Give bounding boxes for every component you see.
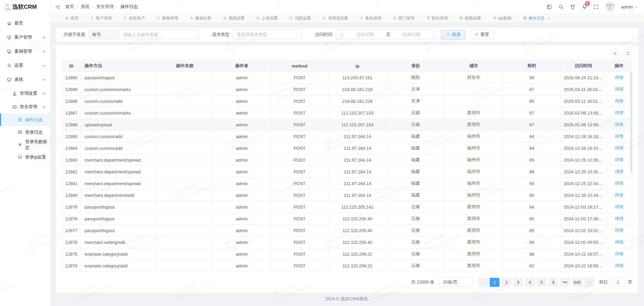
tab-管理员列表[interactable]: 管理员列表 <box>317 14 354 23</box>
sidebar-collapse-icon[interactable] <box>55 4 61 10</box>
table-cell: admin <box>213 154 271 166</box>
operation-log-icon <box>17 117 22 122</box>
tab-权限设置[interactable]: 权限设置 <box>453 14 487 23</box>
page-button-2[interactable]: 2 <box>501 278 511 287</box>
sidebar-item-登录ip设置[interactable]: 登录ip设置 <box>0 151 50 163</box>
keyword-input[interactable] <box>119 30 199 39</box>
table-refresh-button[interactable] <box>623 49 632 58</box>
detail-link[interactable]: 详情 <box>614 181 623 186</box>
sidebar-item-安全管理[interactable]: 安全管理 <box>0 100 50 114</box>
tab-上传设置[interactable]: 上传设置 <box>250 14 283 23</box>
table-cell: 详情 <box>606 213 632 225</box>
tab-自拓客户[interactable]: 自拓客户 <box>117 14 151 23</box>
table-cell: 12884 <box>62 142 80 154</box>
detail-link[interactable]: 详情 <box>614 192 623 198</box>
tab-操作日志[interactable]: 操作日志 <box>517 14 556 23</box>
breadcrumb-item[interactable]: 首页 <box>65 4 74 10</box>
detail-link[interactable]: 详情 <box>614 98 623 103</box>
next-page-button[interactable] <box>585 278 594 287</box>
tab-角色管理[interactable]: 角色管理 <box>354 14 387 23</box>
table-scrollbar[interactable] <box>630 72 632 173</box>
breadcrumb-item[interactable]: 系统 <box>81 4 90 10</box>
table-cell: 详情 <box>606 95 632 107</box>
page-size-select[interactable]: 20条/页 <box>439 277 473 287</box>
page-button-645[interactable]: 645 <box>572 278 583 287</box>
breadcrumb-item[interactable]: 操作日志 <box>120 4 138 10</box>
detail-link[interactable]: 详情 <box>614 87 623 92</box>
table-cell: 福州市 <box>445 131 503 142</box>
user-menu[interactable]: admin <box>621 4 638 9</box>
sidebar-item-系统[interactable]: 系统 <box>0 73 50 87</box>
table-cell: 云南 <box>386 248 444 260</box>
table-cell: 68 <box>503 166 561 178</box>
page-button-4[interactable]: 4 <box>525 278 535 287</box>
detail-link[interactable]: 详情 <box>614 204 623 209</box>
tab-首页[interactable]: 首页 <box>59 14 84 23</box>
sidebar-item-操作日志[interactable]: 操作日志 <box>0 114 50 126</box>
logo[interactable]: logo 迅软CRM <box>0 0 50 13</box>
detail-link[interactable]: 详情 <box>614 228 623 233</box>
theme-shirt-icon[interactable] <box>570 4 576 10</box>
fullscreen-icon[interactable] <box>593 4 599 10</box>
detail-link[interactable]: 详情 <box>614 75 623 80</box>
prev-page-button[interactable] <box>478 278 488 287</box>
table-cell: 详情 <box>606 236 632 248</box>
detail-link[interactable]: 详情 <box>614 134 623 139</box>
tab-客户管理[interactable]: 客户管理 <box>84 14 117 23</box>
table-cell: 2025-03-11 16:03:11 <box>561 84 606 95</box>
layout-icon[interactable] <box>546 4 552 10</box>
tab-消息设置[interactable]: 消息设置 <box>283 14 317 23</box>
tab-系统设置[interactable]: 系统设置 <box>217 14 250 23</box>
detail-link[interactable]: 详情 <box>614 122 623 127</box>
notification-bell[interactable]: 5 <box>582 3 587 10</box>
page-button-6[interactable]: 6 <box>548 278 558 287</box>
table-cell: POST <box>271 107 328 119</box>
table-row: 12882merchant.department/spreadadminPOST… <box>62 166 632 178</box>
goto-page-input[interactable] <box>610 278 625 287</box>
gear-icon <box>223 16 227 20</box>
sidebar-item-管理设置[interactable]: 管理设置 <box>0 87 50 100</box>
tab-api权限[interactable]: api权限 <box>487 14 517 23</box>
search-icon[interactable] <box>558 4 564 10</box>
keyword-type-select[interactable]: 账号 <box>89 30 119 39</box>
table-cell: 云南 <box>386 201 444 213</box>
search-button[interactable]: 搜索 <box>441 30 466 39</box>
table-search-button[interactable] <box>610 49 620 58</box>
table-cell: 112.115.206.22 <box>328 248 386 260</box>
detail-link[interactable]: 详情 <box>614 157 623 162</box>
tab-部门管理[interactable]: 部门管理 <box>387 14 420 23</box>
request-type-select[interactable]: 请选择请求类型 <box>233 30 302 39</box>
page-button-3[interactable]: 3 <box>513 278 523 287</box>
pager: 123456•••645 <box>478 278 594 287</box>
detail-link[interactable]: 详情 <box>614 216 623 221</box>
detail-link[interactable]: 详情 <box>614 263 623 268</box>
tab-label: 部门管理 <box>398 15 415 21</box>
table-cell: 2024-12-02 15:02:16 <box>561 225 606 236</box>
sidebar-item-登录日志[interactable]: 登录日志 <box>0 126 50 138</box>
sidebar-item-首页[interactable]: 首页 <box>0 16 50 30</box>
sidebar-item-客户管理[interactable]: 客户管理 <box>0 30 50 44</box>
detail-link[interactable]: 详情 <box>614 169 623 174</box>
sidebar-item-案例管理[interactable]: 案例管理 <box>0 44 50 58</box>
reset-button[interactable]: 重置 <box>470 30 494 39</box>
breadcrumb-item[interactable]: 安全管理 <box>96 4 114 10</box>
sidebar-item-登录失败锁定[interactable]: 登录失败锁定 <box>0 138 50 151</box>
table-row: 12885custom.custom/addadminPOST211.97.16… <box>62 131 632 142</box>
date-range-picker[interactable]: 开始日期 至 结束日期 <box>336 30 434 39</box>
page-button-•••[interactable]: ••• <box>560 278 570 287</box>
sidebar-item-设置[interactable]: 设置 <box>0 58 50 73</box>
detail-link[interactable]: 详情 <box>614 110 623 115</box>
tab-案例管理[interactable]: 案例管理 <box>151 14 184 23</box>
table-cell: 68 <box>503 248 561 260</box>
table-row: 12886upload/uploadadminPOST112.115.207.1… <box>62 119 632 131</box>
close-icon[interactable] <box>547 16 550 20</box>
tab-职位管理[interactable]: 职位管理 <box>420 14 453 23</box>
page-button-1[interactable]: 1 <box>490 278 499 287</box>
detail-link[interactable]: 详情 <box>614 251 623 256</box>
detail-link[interactable]: 详情 <box>614 145 623 150</box>
detail-link[interactable]: 详情 <box>614 239 623 245</box>
avatar[interactable]: 加载失败 <box>605 2 615 12</box>
tab-案例分类[interactable]: 案例分类 <box>184 14 217 23</box>
page-button-5[interactable]: 5 <box>537 278 546 287</box>
table-cell: 67 <box>503 84 561 95</box>
